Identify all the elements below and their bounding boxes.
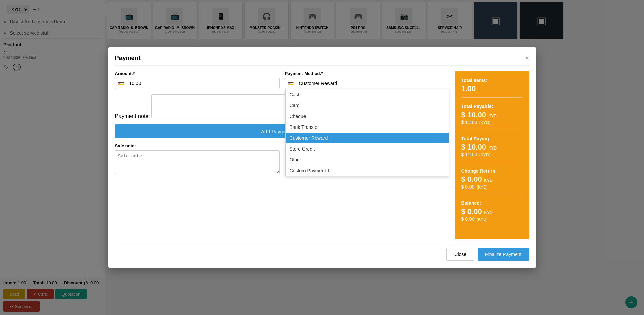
- payment-method-select[interactable]: Cash Card Cheque Bank Transfer Customer …: [296, 78, 449, 89]
- close-button[interactable]: Close: [446, 248, 474, 261]
- total-items-label: Total Items:: [461, 78, 522, 83]
- dropdown-item-custom-payment-1[interactable]: Custom Payment 1: [286, 165, 449, 176]
- sale-note-input[interactable]: [115, 150, 280, 174]
- dropdown-item-cash[interactable]: Cash: [286, 89, 449, 100]
- balance-kyd: $ 0.00 KYD: [461, 207, 522, 216]
- payment-top-row: Amount:* 💳 Payment Method:* 💳 Cash: [115, 71, 449, 89]
- change-return-kyd: $ 0.00 KYD: [461, 175, 522, 184]
- total-payable-local: $ 10.00 (KYD): [461, 119, 522, 125]
- change-return-summary: Change Return: $ 0.00 KYD $ 0.00 (KYD): [461, 168, 522, 194]
- payment-method-group: Payment Method:* 💳 Cash Card Cheque Bank…: [285, 71, 449, 89]
- sale-note-group: Sale note:: [115, 143, 280, 175]
- dropdown-item-store-credit[interactable]: Store Credit: [286, 143, 449, 154]
- dropdown-item-card[interactable]: Card: [286, 100, 449, 111]
- total-paying-summary: Total Paying: $ 10.00 KYD $ 10.00 (KYD): [461, 136, 522, 162]
- sale-note-label: Sale note:: [115, 143, 280, 149]
- total-payable-kyd: $ 10.00 KYD: [461, 111, 522, 119]
- total-paying-kyd: $ 10.00 KYD: [461, 143, 522, 152]
- dropdown-item-bank-transfer[interactable]: Bank Transfer: [286, 122, 449, 133]
- finalize-payment-button[interactable]: Finalize Payment: [478, 248, 529, 261]
- modal-close-button[interactable]: ×: [525, 54, 529, 62]
- modal-form: Amount:* 💳 Payment Method:* 💳 Cash: [115, 71, 449, 239]
- payment-method-icon: 💳: [285, 78, 296, 89]
- amount-input-wrapper: 💳: [115, 78, 280, 89]
- amount-icon: 💳: [115, 78, 127, 89]
- payment-note-label: Payment note:: [115, 113, 150, 119]
- balance-local: $ 0.00 (KYD): [461, 216, 522, 222]
- amount-group: Amount:* 💳: [115, 71, 280, 89]
- balance-summary: Balance: $ 0.00 KYD $ 0.00 (KYD): [461, 200, 522, 226]
- modal-footer: Close Finalize Payment: [115, 244, 529, 261]
- total-items-value: 1.00: [461, 84, 522, 93]
- modal-header: Payment ×: [115, 54, 529, 66]
- change-return-local: $ 0.00 (KYD): [461, 184, 522, 190]
- total-payable-label: Total Payable:: [461, 104, 522, 109]
- payment-method-dropdown: Cash Card Cheque Bank Transfer Customer …: [285, 89, 449, 176]
- balance-label: Balance:: [461, 200, 522, 206]
- change-return-label: Change Return:: [461, 168, 522, 174]
- summary-panel: Total Items: 1.00 Total Payable: $ 10.00…: [455, 71, 529, 239]
- modal-title: Payment: [115, 55, 141, 62]
- payment-modal: Payment × Amount:* 💳: [108, 47, 536, 268]
- dropdown-item-customer-reward[interactable]: Customer Reward: [286, 133, 449, 143]
- modal-body: Amount:* 💳 Payment Method:* 💳 Cash: [115, 71, 529, 239]
- payment-method-label: Payment Method:*: [285, 71, 449, 76]
- total-payable-summary: Total Payable: $ 10.00 KYD $ 10.00 (KYD): [461, 104, 522, 130]
- total-items-summary: Total Items: 1.00: [461, 78, 522, 98]
- dropdown-item-other[interactable]: Other: [286, 154, 449, 165]
- payment-method-wrapper: 💳 Cash Card Cheque Bank Transfer Custome…: [285, 78, 449, 89]
- amount-label: Amount:*: [115, 71, 280, 76]
- modal-overlay: Payment × Amount:* 💳: [0, 0, 644, 315]
- total-paying-local: $ 10.00 (KYD): [461, 152, 522, 158]
- amount-input[interactable]: [127, 78, 279, 89]
- total-paying-label: Total Paying:: [461, 136, 522, 141]
- dropdown-item-cheque[interactable]: Cheque: [286, 111, 449, 122]
